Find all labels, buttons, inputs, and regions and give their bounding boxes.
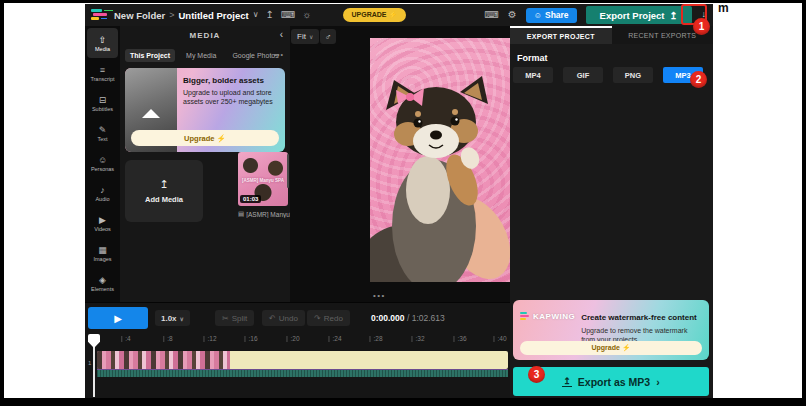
chevron-down-icon[interactable]: ∨ (253, 10, 259, 20)
topbar: New Folder > Untitled Project ∨ ↥ ⌨ ☼ UP… (85, 4, 713, 26)
format-mp4-button[interactable]: MP4 (513, 67, 553, 83)
watermark-promo-top: KAPWING Create watermark-free content Up… (513, 306, 709, 344)
sidebar-item-personas[interactable]: ☺ Personas (87, 148, 118, 178)
watermark-promo-card[interactable]: KAPWING Create watermark-free content Up… (513, 300, 709, 360)
promo-body: Upgrade to upload and store assets over … (183, 88, 281, 106)
sidebar-item-elements[interactable]: ◈ Elements (87, 268, 118, 298)
chevron-down-icon: ∨ (180, 315, 184, 322)
redo-label: Redo (324, 314, 343, 323)
keyboard-shortcuts-icon[interactable]: ⌨ (281, 10, 295, 20)
redo-button[interactable]: ↷ Redo (307, 310, 350, 326)
magic-tool-button[interactable]: ♂ (320, 29, 336, 44)
total-duration: 1:02.613 (412, 313, 445, 323)
share-button[interactable]: ☺ Share (526, 8, 577, 23)
shapes-icon: ◈ (99, 275, 106, 285)
play-icon: ▶ (114, 313, 122, 324)
fit-label: Fit (297, 32, 306, 41)
timeline: ▶ 1.0x ∨ ✂ Split ↶ Undo ↷ Redo 0:00.000 … (85, 302, 510, 398)
promo-title: Bigger, bolder assets (183, 76, 281, 85)
gear-icon[interactable]: ⚙ (508, 10, 517, 20)
tab-my-media[interactable]: My Media (181, 49, 221, 62)
ruler-tick: :32 (415, 335, 424, 342)
breadcrumb-project-title[interactable]: Untitled Project (178, 10, 248, 21)
sidebar-item-subtitles[interactable]: ⊟ Subtitles (87, 88, 118, 118)
thumbnail-overlay-text: [ASMR] Manyu SPA (238, 178, 288, 183)
panel-scrollbar[interactable] (287, 154, 289, 188)
time-display: 0:00.000 / 1:02.613 (371, 313, 445, 323)
video-asset-thumbnail[interactable]: [ASMR] Manyu SPA 01:03 (238, 152, 288, 206)
ruler-tick: :8 (167, 335, 172, 342)
kapwing-logo: KAPWING (520, 312, 575, 321)
format-gif-button[interactable]: GIF (563, 67, 603, 83)
keyboard-icon[interactable]: ⌨ (484, 10, 498, 20)
sidebar-item-images[interactable]: ▦ Images (87, 238, 118, 268)
shiba-dog-illustration (370, 38, 510, 282)
watermark-upgrade-button[interactable]: Upgrade ⚡ (520, 341, 702, 355)
export-panel-tabs: EXPORT PROJECT RECENT EXPORTS (510, 26, 713, 44)
current-time: 0:00.000 (371, 313, 405, 323)
sidebar-item-label: Transcript (90, 76, 114, 82)
sidebar-item-label: Personas (91, 166, 114, 172)
annotation-step-1: 1 (693, 18, 710, 35)
sidebar-item-label: Text (97, 136, 107, 142)
kapwing-wordmark: KAPWING (533, 312, 575, 321)
sidebar-item-audio[interactable]: ♪ Audio (87, 178, 118, 208)
subtitles-icon: ⊟ (99, 95, 107, 105)
ruler-tick: :20 (290, 335, 299, 342)
upgrade-button[interactable]: UPGRADE ⚡ (343, 8, 407, 22)
format-png-button[interactable]: PNG (613, 67, 653, 83)
panel-resize-handle[interactable]: ••• (373, 291, 386, 300)
sidebar-item-media[interactable]: ⇧ Media (87, 28, 118, 58)
sidebar-item-transcript[interactable]: ≡ Transcript (87, 58, 118, 88)
format-options: MP4 GIF PNG MP3 (513, 67, 703, 83)
ruler-tick: :40 (497, 335, 506, 342)
breadcrumb-folder[interactable]: New Folder (114, 10, 165, 21)
fit-dropdown[interactable]: Fit ∨ (291, 29, 319, 44)
speed-label: 1.0x (161, 314, 177, 323)
person-icon: ☺ (534, 11, 542, 20)
tab-export-project[interactable]: EXPORT PROJECT (510, 26, 612, 44)
video-clip[interactable] (97, 351, 508, 369)
export-as-mp3-label: Export as MP3 (578, 376, 650, 388)
breadcrumb-separator: > (169, 10, 174, 20)
file-icon: ▤ (238, 210, 244, 218)
undo-button[interactable]: ↶ Undo (262, 310, 305, 326)
audio-waveform[interactable] (97, 369, 508, 377)
playback-speed-dropdown[interactable]: 1.0x ∨ (155, 310, 190, 326)
collapse-panel-icon[interactable]: ‹ (280, 29, 283, 40)
sidebar-item-label: Audio (95, 196, 109, 202)
add-media-label: Add Media (145, 195, 183, 204)
play-button[interactable]: ▶ (88, 307, 148, 329)
video-canvas[interactable] (370, 38, 510, 282)
annotation-step-3: 3 (528, 366, 545, 383)
promo-upgrade-button[interactable]: Upgrade ⚡ (131, 130, 279, 146)
sidebar-item-videos[interactable]: ▶ Videos (87, 208, 118, 238)
transcript-icon: ≡ (100, 65, 105, 75)
kapwing-editor-window: New Folder > Untitled Project ∨ ↥ ⌨ ☼ UP… (85, 4, 713, 398)
tab-this-project[interactable]: This Project (125, 49, 175, 62)
timeline-ruler[interactable]: :4 :8 :12 :16 :20 :24 :28 :32 :36 :40 (85, 333, 510, 346)
add-media-button[interactable]: ↥ Add Media (125, 160, 203, 222)
ruler-tick: :28 (373, 335, 382, 342)
upgrade-promo-card[interactable]: Bigger, bolder assets Upgrade to upload … (125, 68, 285, 152)
lightbulb-icon[interactable]: ☼ (302, 10, 311, 20)
export-project-label: Export Project (600, 10, 665, 21)
upload-icon: ↥ (159, 178, 168, 191)
ruler-tick: :16 (248, 335, 257, 342)
split-button[interactable]: ✂ Split (215, 310, 254, 326)
preview-area: Fit ∨ ♂ (290, 26, 510, 302)
text-icon: ✎ (99, 125, 107, 135)
breadcrumb: New Folder > Untitled Project ∨ (114, 10, 259, 21)
export-project-button[interactable]: Export Project ↥ (586, 6, 692, 24)
kapwing-bars-icon (520, 312, 530, 321)
upload-icon[interactable]: ↥ (266, 10, 274, 20)
redo-icon: ↷ (314, 314, 321, 323)
cropped-page-text: m (718, 1, 729, 15)
format-label: Format (517, 53, 548, 63)
watermark-promo-title: Create watermark-free content (581, 313, 697, 322)
kapwing-logo-icon[interactable] (91, 9, 107, 21)
sidebar-item-text[interactable]: ✎ Text (87, 118, 118, 148)
undo-icon: ↶ (269, 314, 276, 323)
watermark-promo-text: Create watermark-free content Upgrade to… (581, 306, 702, 344)
more-options-icon[interactable]: ••• (274, 51, 284, 58)
